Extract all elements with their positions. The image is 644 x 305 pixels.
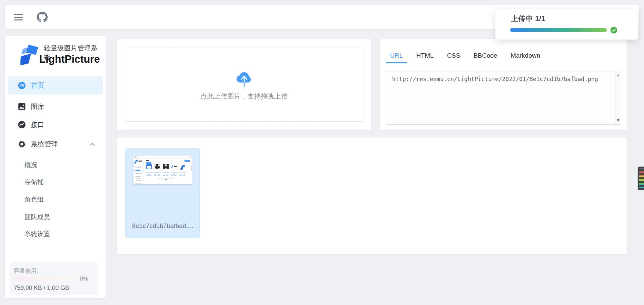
level-meter-icon xyxy=(639,168,644,188)
thumb-mini-logo xyxy=(180,165,185,170)
thumb-sidebar xyxy=(133,159,144,184)
capacity-usage-panel: 容量使用: 0% 759.00 KB / 1.00 GB xyxy=(9,262,98,295)
sidebar-subitem-settings[interactable]: 系统设置 xyxy=(8,227,103,241)
logo-mark-icon xyxy=(20,42,40,69)
thumb-mini-window xyxy=(146,164,152,169)
hamburger-icon[interactable] xyxy=(14,14,23,20)
tab-markdown[interactable]: Markdown xyxy=(506,48,545,63)
logo-title: LightPicture xyxy=(39,53,100,65)
share-url-textarea[interactable]: http://res.eemu.cn/LightPicture/2022/01/… xyxy=(386,71,621,125)
sidebar-subitem-overview[interactable]: 概况 xyxy=(8,158,103,173)
dashboard-icon xyxy=(18,81,26,89)
gallery-icon xyxy=(18,103,26,111)
share-url-text[interactable]: http://res.eemu.cn/LightPicture/2022/01/… xyxy=(386,71,615,124)
upload-progressbar xyxy=(510,28,607,32)
submenu-label: 团队成员 xyxy=(24,213,50,222)
image-filename: 8e1c7cd1b7bafbad.... xyxy=(126,222,200,230)
check-circle-icon xyxy=(610,26,618,34)
scroll-down-arrow-icon[interactable] xyxy=(617,119,620,122)
capacity-label: 容量使用: xyxy=(14,267,38,275)
gallery-panel: 8e1c7cd1b7bafbad.... xyxy=(117,137,627,254)
capacity-usage-text: 759.00 KB / 1.00 GB xyxy=(14,285,69,292)
chevron-up-icon xyxy=(90,143,95,146)
app-logo[interactable]: 轻量级图片管理系统 LightPicture xyxy=(20,41,98,71)
sidebar-item-api[interactable]: 接口 xyxy=(8,116,103,134)
thumb-mini-qr xyxy=(155,164,160,169)
upload-toast-title: 上传中 1/1 xyxy=(511,14,545,24)
thumb-mini-logo-text xyxy=(171,164,177,169)
share-panel: URL HTML CSS BBCode Markdown http://res.… xyxy=(380,39,627,130)
sidebar-item-label: 首页 xyxy=(31,81,44,90)
sidebar-item-label: 接口 xyxy=(31,120,44,129)
upload-toast: 上传中 1/1 xyxy=(495,9,638,40)
cloud-upload-icon xyxy=(234,68,255,90)
upload-dropzone[interactable]: 点此上传图片，支持拖拽上传 xyxy=(124,48,364,122)
image-card[interactable]: 8e1c7cd1b7bafbad.... xyxy=(125,148,200,238)
edge-extension-widget[interactable] xyxy=(638,167,644,190)
sidebar-subitem-buckets[interactable]: 存储桶 xyxy=(8,175,103,189)
thumb-mini-qr xyxy=(163,164,169,169)
scroll-up-arrow-icon[interactable] xyxy=(617,74,620,76)
tab-html[interactable]: HTML xyxy=(412,48,438,63)
capacity-percent: 0% xyxy=(80,276,88,282)
upload-card: 点此上传图片，支持拖拽上传 xyxy=(117,39,371,130)
sidebar-item-label: 图库 xyxy=(31,102,44,111)
tab-bbcode[interactable]: BBCode xyxy=(469,48,502,63)
textarea-scrollbar[interactable] xyxy=(615,72,621,124)
submenu-label: 角色组 xyxy=(24,195,44,204)
image-thumbnail[interactable] xyxy=(133,156,193,184)
submenu-label: 存储桶 xyxy=(24,178,44,186)
thumb-scrollbar xyxy=(191,166,192,171)
github-icon[interactable] xyxy=(37,12,48,22)
sidebar: 轻量级图片管理系统 LightPicture 首页 图库 接口 系统管理 xyxy=(5,36,106,298)
capacity-progressbar xyxy=(14,277,76,281)
sidebar-item-gallery[interactable]: 图库 xyxy=(8,98,103,116)
tab-css[interactable]: CSS xyxy=(443,48,465,63)
sidebar-subitem-roles[interactable]: 角色组 xyxy=(8,192,103,207)
api-icon xyxy=(18,121,26,129)
gear-icon xyxy=(18,140,26,148)
tab-url[interactable]: URL xyxy=(386,48,407,63)
submenu-label: 概况 xyxy=(24,161,37,170)
thumb-topbar xyxy=(133,156,193,159)
sidebar-subitem-members[interactable]: 团队成员 xyxy=(8,210,103,225)
sidebar-item-system[interactable]: 系统管理 xyxy=(8,135,103,153)
sidebar-item-label: 系统管理 xyxy=(31,140,58,149)
share-tabs: URL HTML CSS BBCode Markdown xyxy=(386,48,621,63)
upload-hint: 点此上传图片，支持拖拽上传 xyxy=(201,92,288,101)
sidebar-item-home[interactable]: 首页 xyxy=(8,76,103,95)
submenu-label: 系统设置 xyxy=(24,230,50,238)
